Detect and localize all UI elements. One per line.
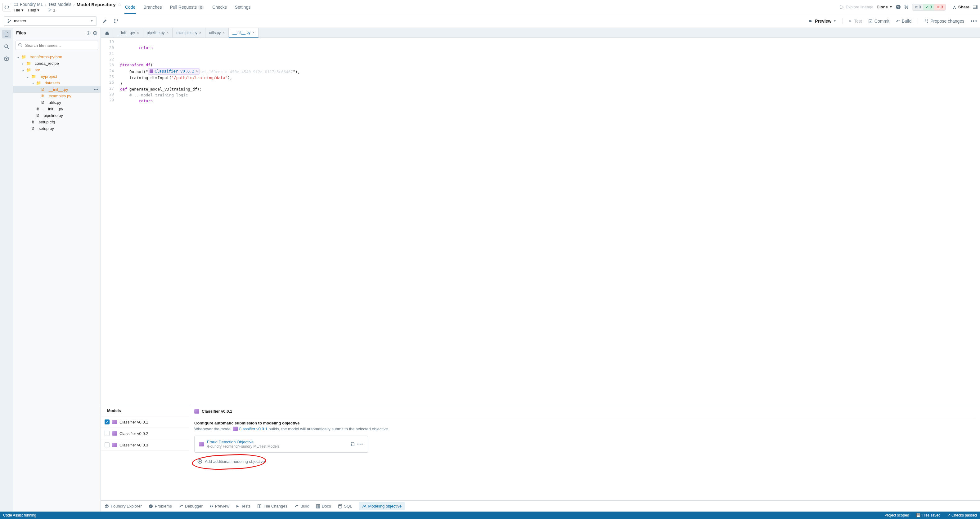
objective-icon — [199, 442, 204, 446]
propose-changes-button[interactable]: Propose changes — [924, 19, 964, 24]
svg-point-11 — [955, 8, 956, 9]
pass-pill[interactable]: ✓ 3 — [923, 4, 934, 10]
home-tab-icon[interactable] — [101, 28, 113, 38]
model-checkbox[interactable] — [105, 443, 110, 448]
status-assist: Code Assist running — [3, 513, 36, 517]
open-objective-icon[interactable] — [350, 442, 355, 446]
tree-file[interactable]: 🗎 setup.cfg — [13, 119, 100, 125]
bt-debugger[interactable]: Debugger — [179, 504, 203, 508]
svg-rect-30 — [260, 505, 261, 508]
close-icon[interactable]: × — [137, 31, 139, 35]
share-button[interactable]: Share — [952, 5, 969, 9]
svg-point-23 — [88, 32, 89, 33]
test-button[interactable]: Test — [849, 19, 862, 24]
add-file-icon[interactable] — [93, 31, 97, 35]
model-chip-icon — [150, 70, 153, 73]
star-icon[interactable]: ☆ — [118, 2, 122, 7]
svg-point-10 — [953, 8, 954, 9]
editor-tab[interactable]: pipeline.py× — [143, 28, 173, 38]
close-icon[interactable]: × — [166, 31, 169, 35]
model-row[interactable]: Classifier v0.0.3 — [101, 439, 189, 451]
more-icon[interactable]: ••• — [970, 18, 977, 24]
close-icon[interactable]: × — [252, 30, 255, 35]
editor-tab[interactable]: examples.py× — [173, 28, 205, 38]
tree-file[interactable]: 🗎 __init__.py — [13, 106, 100, 112]
bt-explorer[interactable]: Foundry Explorer — [105, 504, 142, 508]
bc-workspace[interactable]: Foundry ML — [20, 2, 43, 7]
explore-lineage-button[interactable]: Explore lineage — [840, 5, 873, 9]
branch-plus-icon[interactable] — [112, 17, 120, 25]
file-actions-icon[interactable]: ••• — [94, 87, 98, 92]
tree-folder[interactable]: ⌄📁 myproject — [13, 73, 100, 80]
bt-preview[interactable]: Preview — [210, 504, 229, 508]
svg-point-3 — [50, 9, 51, 10]
bt-changes[interactable]: File Changes — [257, 504, 287, 508]
fail-pill[interactable]: ✕ 3 — [934, 4, 945, 10]
tree-file[interactable]: 🗎 examples.py — [13, 93, 100, 99]
file-menu[interactable]: File ▾ — [14, 8, 24, 13]
svg-point-21 — [927, 21, 928, 23]
edit-icon[interactable] — [100, 17, 109, 25]
tree-folder[interactable]: ⌄📁 transforms-python — [13, 54, 100, 60]
status-scope[interactable]: Project scoped — [885, 513, 909, 517]
tree-folder[interactable]: ›📁 conda_recipe — [13, 60, 100, 67]
status-checks[interactable]: ✓ Checks passed — [947, 513, 977, 517]
model-row[interactable]: Classifier v0.0.2 — [101, 428, 189, 439]
bt-docs[interactable]: Docs — [316, 504, 331, 508]
tree-folder[interactable]: ⌄📁 src — [13, 67, 100, 73]
clone-button[interactable]: Clone ▼ — [877, 5, 892, 9]
tree-file[interactable]: 🗎 setup.py — [13, 125, 100, 132]
tab-branches[interactable]: Branches — [143, 1, 162, 13]
bt-build[interactable]: Build — [294, 504, 309, 508]
search-icon — [18, 43, 22, 47]
build-button[interactable]: Build — [896, 19, 912, 24]
preview-button[interactable]: Preview ▼ — [809, 19, 836, 24]
model-icon — [233, 427, 238, 431]
rail-files-icon[interactable] — [2, 30, 11, 38]
branch-selector[interactable]: master ▼ — [4, 16, 97, 26]
gear-icon[interactable] — [86, 31, 91, 35]
panel-toggle-icon[interactable] — [972, 5, 977, 9]
model-checkbox[interactable]: ✓ — [105, 419, 110, 424]
bc-repo[interactable]: Model Repository — [76, 2, 116, 7]
objective-more-icon[interactable]: ••• — [357, 442, 363, 446]
bt-problems[interactable]: Problems — [149, 504, 172, 508]
tab-checks[interactable]: Checks — [212, 1, 228, 13]
close-icon[interactable]: × — [223, 31, 225, 35]
help-icon[interactable]: ? — [896, 4, 901, 10]
tree-file[interactable]: 🗎 __init__.py••• — [13, 86, 100, 93]
model-checkbox[interactable] — [105, 431, 110, 436]
search-files-input[interactable] — [16, 41, 98, 50]
breadcrumb[interactable]: Foundry ML › Test Models › Model Reposit… — [14, 2, 122, 7]
bt-modeling[interactable]: Modeling objective — [359, 502, 405, 510]
tab-code[interactable]: Code — [124, 1, 136, 13]
branch-count[interactable]: 1 — [48, 8, 55, 13]
commit-button[interactable]: Commit — [868, 19, 889, 24]
status-saved[interactable]: 💾 Files saved — [916, 513, 940, 517]
editor-tab[interactable]: __init__.py× — [113, 28, 143, 38]
editor-tab[interactable]: __init__.py× — [229, 28, 258, 38]
code-editor[interactable]: 1920212223242526272829 return @transform… — [101, 38, 980, 405]
objective-name[interactable]: Fraud Detection Objective — [207, 440, 347, 444]
objective-card: Fraud Detection Objective /Foundry Front… — [194, 436, 368, 453]
model-icon — [112, 420, 117, 424]
tab-pulls[interactable]: Pull Requests0 — [169, 1, 205, 13]
bc-project[interactable]: Test Models — [48, 2, 72, 7]
tree-folder[interactable]: ⌄📁 datasets — [13, 80, 100, 86]
rail-search-icon[interactable] — [2, 42, 11, 51]
tree-file[interactable]: 🗎 utils.py — [13, 99, 100, 106]
editor-tab[interactable]: utils.py× — [205, 28, 229, 38]
add-objective-button[interactable]: Add additional modeling objective — [194, 457, 268, 466]
bt-sql[interactable]: SQL — [338, 504, 352, 508]
bt-tests[interactable]: Tests — [236, 504, 250, 508]
close-icon[interactable]: × — [199, 31, 201, 35]
tab-settings[interactable]: Settings — [234, 1, 251, 13]
keyboard-shortcuts-icon[interactable]: ⌘ — [904, 4, 909, 10]
help-menu[interactable]: Help ▾ — [28, 8, 40, 13]
sync-pill[interactable]: ⟳ 0 — [912, 4, 924, 10]
model-row[interactable]: ✓ Classifier v0.0.1 — [101, 416, 189, 428]
tree-file[interactable]: 🗎 pipeline.py — [13, 112, 100, 119]
rail-package-icon[interactable] — [2, 55, 11, 63]
svg-point-22 — [5, 44, 8, 48]
svg-point-20 — [927, 19, 928, 21]
